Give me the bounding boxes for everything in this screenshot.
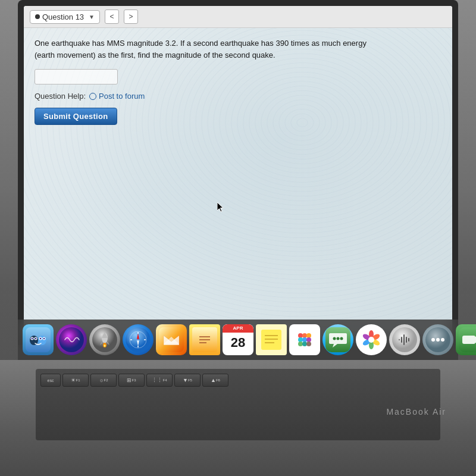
stickies-icon: [259, 327, 284, 352]
svg-point-18: [104, 345, 106, 347]
svg-point-50: [340, 337, 343, 340]
dock-item-photos[interactable]: [356, 324, 387, 355]
finder-icon: [26, 327, 51, 352]
question-selector[interactable]: Question 13 ▼: [30, 10, 100, 24]
svg-point-66: [431, 338, 435, 342]
dock-item-finder[interactable]: [23, 324, 54, 355]
messages-icon: [325, 327, 350, 352]
dock-item-siri[interactable]: [56, 324, 87, 355]
svg-rect-70: [462, 336, 475, 344]
svg-point-44: [298, 342, 303, 346]
f2-label: F2: [104, 378, 108, 382]
f1-key[interactable]: ☀ F1: [62, 374, 89, 387]
esc-key[interactable]: esc: [40, 374, 61, 387]
keyboard: esc ☀ F1 ☼ F2 ⊞ F3 ⋮⋮ F4: [36, 369, 440, 440]
f4-key[interactable]: ⋮⋮ F4: [146, 374, 173, 387]
esc-label: esc: [48, 378, 54, 383]
svg-point-1: [30, 336, 38, 345]
dock-item-safari[interactable]: [123, 324, 154, 355]
post-to-forum-link[interactable]: Post to forum: [89, 92, 145, 101]
mission-control-icon: ⊞: [127, 377, 131, 383]
svg-point-11: [59, 327, 84, 352]
svg-point-45: [302, 342, 307, 346]
submit-question-button[interactable]: Submit Question: [35, 108, 117, 125]
svg-point-9: [40, 338, 41, 339]
main-content: One earthquake has MMS magnitude 3.2. If…: [24, 28, 452, 134]
f1-label: F1: [76, 378, 80, 382]
keyboard-backlight-up-icon: ▲: [211, 377, 216, 383]
svg-rect-33: [261, 330, 281, 350]
laptop-shell: Question 13 ▼ < > One earthquake has MMS…: [0, 0, 476, 476]
calendar-month: APR: [223, 324, 253, 333]
svg-point-67: [436, 338, 440, 342]
launchpad-key-icon: ⋮⋮: [152, 377, 162, 383]
siri-icon: [59, 327, 84, 352]
facetime-icon: [459, 327, 476, 352]
next-question-button[interactable]: >: [124, 10, 138, 24]
svg-point-40: [306, 333, 311, 338]
launchpad-icon: [92, 327, 117, 352]
f4-label: F4: [162, 378, 167, 382]
laptop-bottom: esc ☀ F1 ☼ F2 ⊞ F3 ⋮⋮ F4: [0, 360, 476, 476]
svg-point-2: [38, 336, 46, 345]
svg-point-8: [35, 338, 36, 339]
question-dot-indicator: [35, 14, 40, 19]
dock-item-facetime[interactable]: [456, 324, 476, 355]
svg-point-38: [298, 333, 303, 338]
dock-item-launchpad[interactable]: [89, 324, 120, 355]
mail-icon: [159, 327, 184, 352]
calendar-day: 28: [231, 334, 245, 352]
svg-point-43: [306, 337, 311, 342]
svg-rect-0: [26, 327, 51, 352]
key-row-1: esc ☀ F1 ☼ F2 ⊞ F3 ⋮⋮ F4: [40, 374, 436, 387]
notes-icon: [192, 327, 217, 352]
svg-point-10: [43, 338, 45, 339]
forum-circle-icon: [89, 93, 96, 100]
reminders-icon: [292, 327, 317, 352]
svg-point-48: [333, 337, 336, 340]
dock-item-stickies[interactable]: [256, 324, 287, 355]
dock-item-notes[interactable]: [189, 324, 220, 355]
f3-label: F3: [131, 378, 136, 382]
post-to-forum-label: Post to forum: [99, 92, 145, 101]
more-icon: [425, 327, 450, 352]
answer-input[interactable]: [35, 69, 118, 84]
next-arrow-icon: >: [129, 12, 133, 21]
macbook-brand-text: MacBook Air: [386, 407, 446, 416]
svg-point-46: [306, 342, 311, 346]
dock-item-mail[interactable]: [156, 324, 187, 355]
photos-icon: [359, 327, 384, 352]
music-icon: [392, 327, 417, 352]
svg-point-68: [441, 338, 444, 342]
f5-label: F5: [188, 378, 192, 382]
svg-point-42: [302, 337, 307, 342]
dock-item-more[interactable]: [422, 324, 453, 355]
f5-key[interactable]: ▼ F5: [174, 374, 201, 387]
dock: APR 28: [18, 320, 458, 360]
screen-content: Question 13 ▼ < > One earthquake has MMS…: [24, 6, 452, 339]
safari-icon: [126, 327, 151, 352]
svg-point-39: [302, 333, 307, 338]
f3-key[interactable]: ⊞ F3: [118, 374, 145, 387]
dropdown-arrow-icon: ▼: [89, 14, 95, 20]
dock-item-music[interactable]: [389, 324, 420, 355]
dock-item-reminders[interactable]: [289, 324, 320, 355]
svg-point-19: [126, 327, 151, 352]
dock-item-calendar[interactable]: APR 28: [223, 324, 253, 355]
brightness-down-icon: ☀: [71, 377, 76, 383]
question-help-label: Question Help:: [35, 92, 86, 101]
keyboard-backlight-down-icon: ▼: [183, 377, 188, 383]
svg-point-58: [368, 337, 374, 343]
svg-point-41: [298, 337, 303, 342]
f2-key[interactable]: ☼ F2: [90, 374, 117, 387]
dock-item-messages[interactable]: [322, 324, 353, 355]
f6-label: F6: [216, 378, 220, 382]
prev-arrow-icon: <: [110, 12, 114, 21]
prev-question-button[interactable]: <: [105, 10, 119, 24]
submit-btn-label: Submit Question: [43, 112, 108, 121]
svg-point-49: [337, 337, 340, 340]
question-label: Question 13: [42, 12, 84, 21]
f6-key[interactable]: ▲ F6: [202, 374, 228, 387]
brightness-up-icon: ☼: [99, 377, 104, 383]
question-help-row: Question Help: Post to forum: [35, 92, 441, 101]
